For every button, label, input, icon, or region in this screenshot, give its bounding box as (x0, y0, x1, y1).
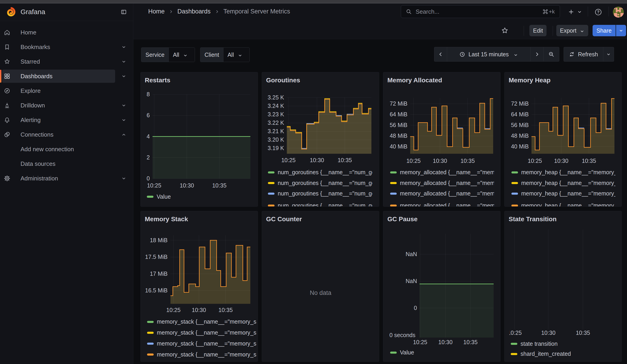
svg-text:10:35: 10:35 (338, 157, 352, 163)
svg-text:48 MiB: 48 MiB (511, 133, 529, 139)
svg-text:6: 6 (147, 112, 150, 118)
svg-text:10:30: 10:30 (554, 157, 568, 164)
svg-text:Value: Value (400, 349, 414, 356)
svg-text:3.23 K: 3.23 K (268, 111, 284, 117)
svg-text:memory_stack {__name__="memory: memory_stack {__name__="memory_s (157, 329, 256, 336)
svg-text:8: 8 (147, 91, 150, 97)
svg-text:3.22 K: 3.22 K (268, 119, 284, 126)
svg-text:64 MiB: 64 MiB (390, 111, 408, 117)
svg-text:memory_allocated {__name__="me: memory_allocated {__name__="memor (400, 180, 500, 186)
svg-text:0 seconds: 0 seconds (389, 332, 416, 338)
svg-text:memory_stack {__name__="memory: memory_stack {__name__="memory_s (157, 340, 256, 347)
svg-text:10:25: 10:25 (406, 157, 421, 164)
svg-text:memory_heap {__name__="memory_: memory_heap {__name__="memory_he (521, 169, 622, 175)
svg-text:shard_item_created: shard_item_created (521, 351, 571, 357)
svg-text:3.24 K: 3.24 K (268, 103, 284, 109)
svg-text:memory_allocated {__name__="me: memory_allocated {__name__="memor (400, 190, 500, 197)
svg-text:48 MiB: 48 MiB (390, 133, 408, 139)
svg-text:?: ? (597, 10, 600, 14)
svg-text:0: 0 (414, 305, 417, 311)
svg-text:56 MiB: 56 MiB (390, 122, 408, 128)
svg-text:memory_stack {__name__="memory: memory_stack {__name__="memory_s (157, 318, 256, 325)
svg-text:memory_allocated {__name__="me: memory_allocated {__name__="memor (400, 169, 500, 175)
svg-text:10:25: 10:25 (508, 330, 522, 336)
svg-text:10:25: 10:25 (413, 339, 427, 345)
svg-text:18 MiB: 18 MiB (150, 237, 168, 243)
svg-text:10:35: 10:35 (582, 157, 596, 164)
svg-text:10:30: 10:30 (438, 339, 453, 345)
svg-text:0: 0 (147, 175, 150, 182)
svg-text:10:30: 10:30 (180, 182, 194, 189)
svg-text:10:25: 10:25 (166, 307, 181, 313)
svg-text:10:25: 10:25 (281, 157, 296, 163)
svg-text:memory_heap {__name__="memory_: memory_heap {__name__="memory_he (521, 180, 622, 186)
svg-text:memory_allocated {__name__="me: memory_allocated {__name__="memor (400, 202, 500, 207)
svg-text:10:35: 10:35 (218, 307, 233, 313)
svg-text:40 MiB: 40 MiB (511, 143, 529, 150)
svg-text:10:30: 10:30 (433, 157, 447, 164)
svg-text:num_goroutines {__name__="num_: num_goroutines {__name__="num_gor (278, 169, 377, 175)
svg-text:memory_heap {__name__="memory_: memory_heap {__name__="memory_he (521, 202, 622, 207)
svg-text:16.5 MiB: 16.5 MiB (145, 287, 168, 294)
svg-text:10:30: 10:30 (310, 157, 324, 163)
svg-text:10:25: 10:25 (527, 157, 542, 164)
svg-text:56 MiB: 56 MiB (511, 122, 529, 128)
svg-text:10:35: 10:35 (576, 330, 590, 336)
svg-text:10:35: 10:35 (463, 339, 478, 345)
svg-text:10:25: 10:25 (147, 182, 161, 189)
svg-text:memory_heap {__name__="memory_: memory_heap {__name__="memory_he (521, 190, 622, 197)
svg-text:3.21 K: 3.21 K (268, 128, 284, 134)
svg-text:17.5 MiB: 17.5 MiB (145, 254, 168, 260)
svg-text:NaN: NaN (406, 251, 417, 257)
svg-text:num_goroutines {__name__="num_: num_goroutines {__name__="num_gor (278, 180, 377, 186)
svg-text:64 MiB: 64 MiB (511, 111, 529, 117)
svg-text:2: 2 (147, 154, 150, 160)
svg-text:3.20 K: 3.20 K (268, 136, 284, 143)
svg-text:40 MiB: 40 MiB (390, 143, 408, 150)
svg-text:4: 4 (147, 133, 150, 140)
svg-text:num_goroutines {__name__="num_: num_goroutines {__name__="num_gor (278, 202, 377, 207)
svg-text:num_goroutines {__name__="num_: num_goroutines {__name__="num_gor (278, 190, 377, 197)
svg-text:17 MiB: 17 MiB (150, 270, 168, 277)
svg-text:3.25 K: 3.25 K (268, 94, 284, 101)
svg-text:state transition: state transition (521, 341, 558, 347)
svg-text:10:35: 10:35 (212, 182, 227, 189)
svg-text:NaN: NaN (406, 278, 417, 284)
svg-text:72 MiB: 72 MiB (390, 100, 408, 107)
svg-text:Value: Value (157, 193, 171, 200)
svg-text:No data: No data (310, 289, 332, 296)
svg-text:3.19 K: 3.19 K (268, 145, 284, 151)
svg-text:10:30: 10:30 (541, 330, 556, 336)
svg-text:10:35: 10:35 (461, 157, 475, 164)
svg-text:memory_stack {__name__="memory: memory_stack {__name__="memory_s (157, 351, 256, 358)
svg-text:10:30: 10:30 (192, 307, 206, 313)
svg-text:72 MiB: 72 MiB (511, 100, 529, 107)
